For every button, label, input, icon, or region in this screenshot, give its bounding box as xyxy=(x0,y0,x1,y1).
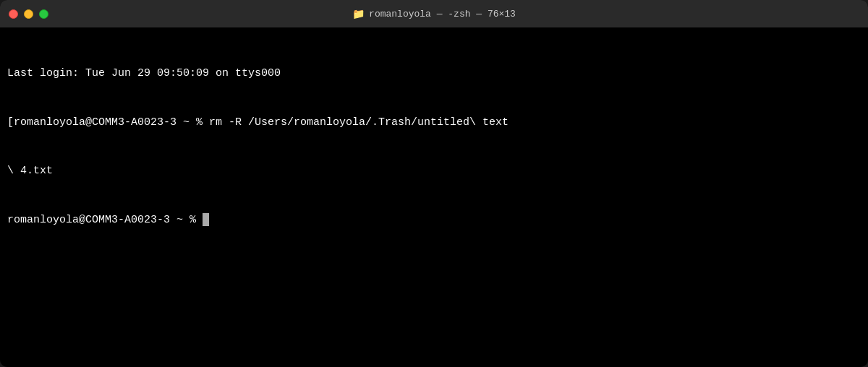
terminal-window: 📁 romanloyola — -zsh — 76×13 Last login:… xyxy=(0,0,868,367)
folder-icon: 📁 xyxy=(352,8,365,20)
window-title: 📁 romanloyola — -zsh — 76×13 xyxy=(352,8,516,20)
maximize-button[interactable] xyxy=(39,9,48,19)
terminal-command-1: rm -R /Users/romanloyola/.Trash/untitled… xyxy=(209,116,509,129)
traffic-lights xyxy=(9,9,48,19)
terminal-line-4: romanloyola@COMM3-A0023-3 ~ % xyxy=(7,212,861,229)
terminal-output: Last login: Tue Jun 29 09:50:09 on ttys0… xyxy=(7,33,861,261)
terminal-cursor xyxy=(203,213,209,226)
terminal-line-1: Last login: Tue Jun 29 09:50:09 on ttys0… xyxy=(7,66,861,82)
terminal-prompt-1: [romanloyola@COMM3-A0023-3 ~ % xyxy=(7,116,209,129)
terminal-prompt-2: romanloyola@COMM3-A0023-3 ~ % xyxy=(7,214,203,226)
title-text: romanloyola — -zsh — 76×13 xyxy=(369,9,516,20)
terminal-line-3: \ 4.txt xyxy=(7,163,861,180)
titlebar: 📁 romanloyola — -zsh — 76×13 xyxy=(0,0,868,27)
terminal-body[interactable]: Last login: Tue Jun 29 09:50:09 on ttys0… xyxy=(0,27,868,367)
close-button[interactable] xyxy=(9,9,18,19)
terminal-line-2: [romanloyola@COMM3-A0023-3 ~ % rm -R /Us… xyxy=(7,115,861,131)
minimize-button[interactable] xyxy=(24,9,33,19)
